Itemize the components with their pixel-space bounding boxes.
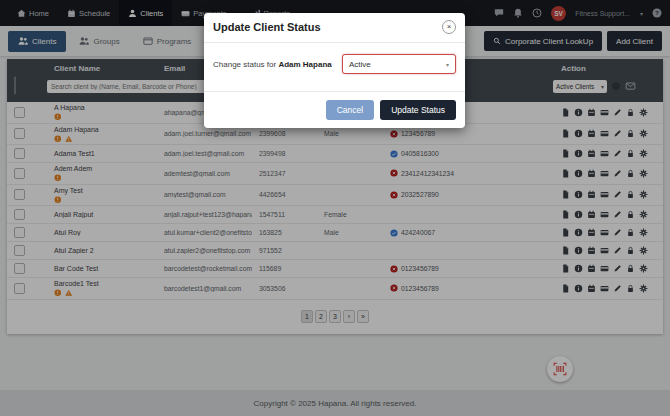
update-client-status-modal: Update Client Status × Change status for… xyxy=(204,13,465,128)
modal-title: Update Client Status xyxy=(213,21,321,33)
update-status-button[interactable]: Update Status xyxy=(380,100,456,120)
status-select-value: Active xyxy=(349,60,371,69)
close-icon[interactable]: × xyxy=(442,20,456,34)
status-select[interactable]: Active ▾ xyxy=(342,54,456,74)
modal-client-name: Adam Hapana xyxy=(278,60,331,69)
modal-body-text: Change status for Adam Hapana xyxy=(213,60,332,69)
cancel-button[interactable]: Cancel xyxy=(326,100,374,120)
chevron-down-icon: ▾ xyxy=(446,61,449,68)
